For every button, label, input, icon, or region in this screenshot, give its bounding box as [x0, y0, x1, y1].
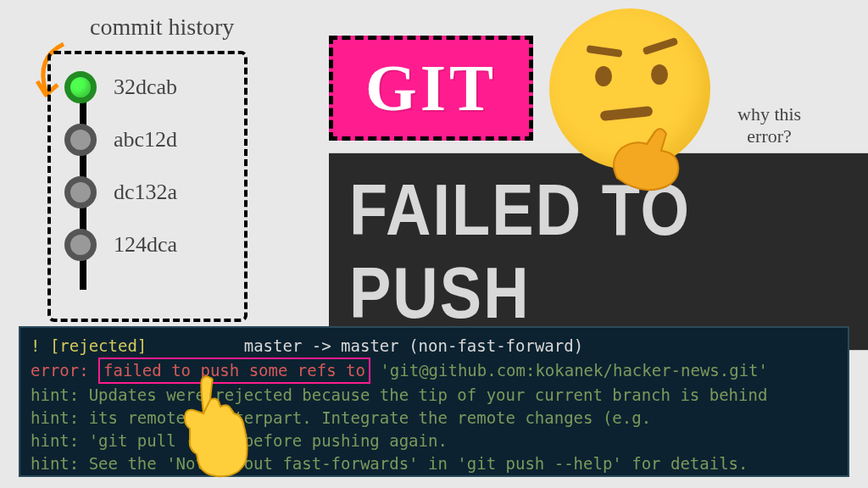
term-rejected: [rejected] — [50, 336, 147, 355]
commit-hash: abc12d — [114, 127, 177, 152]
terminal-hint-line: hint: Updates were rejected because the … — [31, 384, 837, 407]
commit-hash: 124dca — [114, 232, 177, 258]
why-error-label: why this error? — [737, 103, 801, 148]
commit-item: 124dca — [64, 229, 231, 261]
terminal-line-error: error: failed to push some refs to 'git@… — [31, 358, 837, 384]
commit-hash: dc132a — [114, 180, 177, 205]
commit-dot — [64, 229, 97, 261]
commit-dot-head — [64, 71, 97, 103]
term-bang: ! — [31, 336, 40, 355]
terminal-hint-line: hint: 'git pull ...') before pushing aga… — [31, 430, 837, 452]
commit-item: 32dcab — [64, 71, 231, 103]
title-git: GIT — [329, 36, 533, 141]
term-repo-url: 'git@github.com:kokanek/hacker-news.git' — [380, 361, 768, 380]
terminal-hint-line: hint: its remote counterpart. Integrate … — [31, 407, 837, 430]
thinking-face-icon — [549, 8, 736, 195]
commit-history-label: commit history — [90, 14, 234, 41]
why-error-line1: why this — [737, 103, 801, 125]
commit-history-box: 32dcab abc12d dc132a 124dca — [47, 51, 248, 322]
why-error-line2: error? — [747, 125, 792, 147]
commit-item: dc132a — [64, 176, 231, 208]
term-error-label: error: — [31, 361, 89, 380]
pointing-hand-icon — [178, 371, 254, 481]
terminal-line-rejected: ! [rejected] master -> master (non-fast-… — [31, 335, 837, 358]
term-branch-info: master -> master (non-fast-forward) — [244, 336, 583, 355]
commit-dot — [64, 176, 97, 208]
terminal-hint-line: hint: See the 'Note about fast-forwards'… — [31, 452, 837, 475]
commit-hash: 32dcab — [114, 75, 177, 100]
commit-dot — [64, 124, 97, 156]
terminal-output: ! [rejected] master -> master (non-fast-… — [19, 326, 849, 477]
commit-item: abc12d — [64, 124, 231, 156]
